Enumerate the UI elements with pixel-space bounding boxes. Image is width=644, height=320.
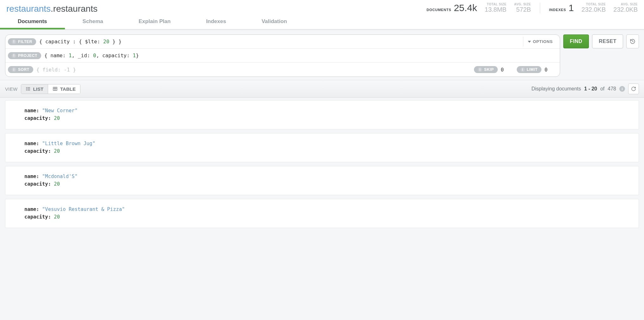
info-icon: i [521,67,525,72]
info-icon[interactable]: i [619,86,625,92]
filter-row: i FILTER { capacity : { $lte: 20 } } OPT… [5,35,560,49]
stat-idx-total-size: TOTAL SIZE 232.0KB [582,3,606,13]
find-button[interactable]: FIND [563,34,589,48]
project-pill: i PROJECT [8,52,41,59]
stat-doc-total-size: TOTAL SIZE 13.8MB [485,3,507,13]
options-toggle[interactable]: OPTIONS [523,37,557,46]
skip-pill: i SKIP [474,66,497,73]
info-icon: i [12,67,16,72]
history-icon [630,39,635,44]
stat-idx-avg-size: AVG. SIZE 232.0KB [613,3,638,13]
table-icon [53,86,58,91]
documents-toolbar: VIEW LIST TABLE Displaying documents 1 -… [0,80,644,98]
stat-doc-avg-size: AVG. SIZE 572B [514,3,531,13]
collection-name: restaurants [53,4,98,14]
view-list-button[interactable]: LIST [21,84,48,94]
reset-button[interactable]: RESET [592,34,623,48]
view-label: VIEW [5,86,18,92]
query-history-button[interactable] [626,34,639,48]
tab-explain-plan[interactable]: Explain Plan [121,14,188,29]
info-icon: i [478,67,482,72]
stat-documents: DOCUMENTS 25.4k [426,3,477,13]
tab-validation[interactable]: Validation [244,14,305,29]
project-row: i PROJECT { name: 1, _id: 0, capacity: 1… [5,49,560,63]
documents-list: name: "New Corner" capacity: 20 name: "L… [0,98,644,238]
query-rows: i FILTER { capacity : { $lte: 20 } } OPT… [5,34,560,77]
list-icon [26,86,31,91]
info-icon: i [12,40,16,44]
collection-stats: DOCUMENTS 25.4k TOTAL SIZE 13.8MB AVG. S… [426,3,638,13]
filter-input[interactable]: { capacity : { $lte: 20 } } [39,39,520,45]
tab-schema[interactable]: Schema [65,14,121,29]
limit-field: i LIMIT 0 [517,66,557,73]
svg-point-3 [26,87,27,88]
filter-pill: i FILTER [8,38,36,45]
refresh-button[interactable] [628,83,639,94]
project-input[interactable]: { name: 1, _id: 0, capacity: 1} [44,52,557,58]
tab-indexes[interactable]: Indexes [188,14,244,29]
sort-row: i SORT { field: -1 } i SKIP 0 i LIMIT 0 [5,63,560,77]
document-card[interactable]: name: "New Corner" capacity: 20 [5,100,639,129]
svg-point-5 [26,90,27,90]
limit-pill: i LIMIT [517,66,541,73]
info-icon: i [12,53,16,58]
namespace-title: restaurants.restaurants [6,3,98,14]
skip-input[interactable]: 0 [501,67,514,73]
stat-indexes: INDEXES 1 [549,3,574,13]
limit-input[interactable]: 0 [545,67,557,73]
collection-header: restaurants.restaurants DOCUMENTS 25.4k … [0,0,644,14]
skip-field: i SKIP 0 [474,66,513,73]
tab-documents[interactable]: Documents [0,14,65,29]
sort-pill: i SORT [8,66,33,73]
svg-rect-6 [53,87,57,91]
view-table-button[interactable]: TABLE [48,84,80,94]
pagination-status: Displaying documents 1 - 20 of 478 i [532,83,639,94]
document-card[interactable]: name: "Little Brown Jug" capacity: 20 [5,133,639,162]
document-card[interactable]: name: "Mcdonald'S" capacity: 20 [5,166,639,195]
document-card[interactable]: name: "Vesuvio Restaurant & Pizza" capac… [5,199,639,228]
query-bar: i FILTER { capacity : { $lte: 20 } } OPT… [0,31,644,80]
collection-tabs: Documents Schema Explain Plan Indexes Va… [0,14,644,29]
view-mode-segment: LIST TABLE [21,84,80,94]
chevron-down-icon [528,41,531,43]
sort-input[interactable]: { field: -1 } [36,67,471,73]
database-name: restaurants [6,4,51,14]
refresh-icon [631,86,636,91]
svg-point-4 [26,89,27,89]
